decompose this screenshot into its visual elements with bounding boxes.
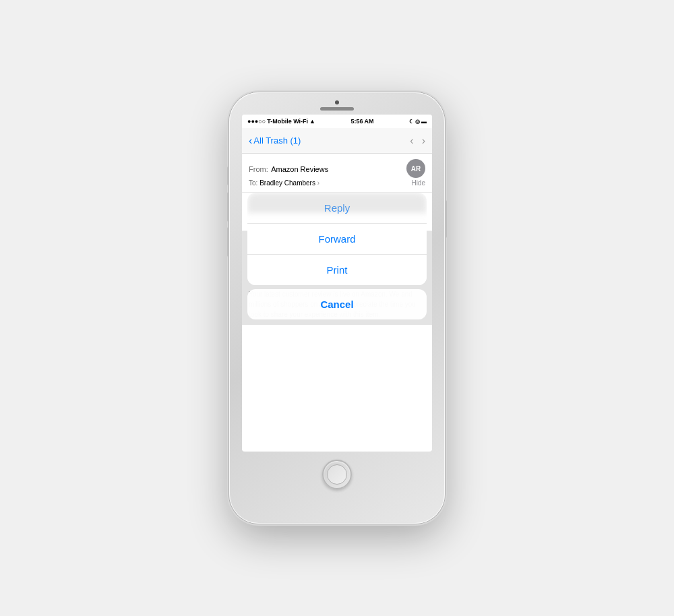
from-field: From: Amazon Reviews xyxy=(249,162,328,175)
moon-icon: ☾ xyxy=(409,119,414,125)
carrier-label: T-Mobile Wi-Fi xyxy=(267,118,308,125)
from-label: From: xyxy=(249,165,268,173)
action-sheet: Reply Forward Print Cancel xyxy=(242,187,432,325)
location-icon: ◎ xyxy=(415,119,420,125)
action-sheet-container: Reply Forward Print Cancel xyxy=(242,187,432,325)
from-name: Amazon Reviews xyxy=(271,165,328,173)
from-row: From: Amazon Reviews AR xyxy=(249,159,425,178)
to-chevron-icon: › xyxy=(317,179,319,187)
phone-screen: ●●●○○ T-Mobile Wi-Fi ▲ 5:56 AM ☾ ◎ ▬ ‹ A… xyxy=(242,115,432,452)
earpiece-speaker xyxy=(320,107,354,111)
cancel-button[interactable]: Cancel xyxy=(247,289,427,319)
forward-button[interactable]: Forward xyxy=(247,224,427,255)
wifi-icon: ▲ xyxy=(309,118,315,125)
signal-dots: ●●●○○ xyxy=(247,118,266,125)
status-bar: ●●●○○ T-Mobile Wi-Fi ▲ 5:56 AM ☾ ◎ ▬ xyxy=(242,115,432,128)
power-button[interactable] xyxy=(445,200,447,238)
back-button[interactable]: ‹ All Trash (1) xyxy=(249,135,301,146)
prev-arrow-icon[interactable]: ‹ xyxy=(410,135,413,147)
phone-top xyxy=(229,92,445,111)
hide-button[interactable]: Hide xyxy=(411,179,425,187)
back-chevron-icon: ‹ xyxy=(249,135,252,146)
back-label: All Trash (1) xyxy=(253,135,301,146)
mute-button[interactable] xyxy=(227,166,229,185)
nav-arrows: ‹ › xyxy=(410,135,425,147)
next-arrow-icon[interactable]: › xyxy=(422,135,425,147)
home-button[interactable] xyxy=(322,460,352,489)
to-field: To: Bradley Chambers › xyxy=(249,179,319,187)
cancel-sheet: Cancel xyxy=(247,289,427,319)
to-label: To: xyxy=(249,179,257,187)
home-button-inner xyxy=(327,464,347,485)
volume-up-button[interactable] xyxy=(227,192,229,222)
sender-avatar: AR xyxy=(406,159,425,178)
volume-down-button[interactable] xyxy=(227,227,229,257)
phone-device: ●●●○○ T-Mobile Wi-Fi ▲ 5:56 AM ☾ ◎ ▬ ‹ A… xyxy=(229,92,445,524)
status-left: ●●●○○ T-Mobile Wi-Fi ▲ xyxy=(247,118,315,125)
battery-icon: ▬ xyxy=(421,119,427,125)
action-sheet-blur xyxy=(247,193,427,213)
status-right: ☾ ◎ ▬ xyxy=(409,119,427,125)
to-name: Bradley Chambers xyxy=(259,179,315,187)
print-button[interactable]: Print xyxy=(247,255,427,285)
action-sheet-main: Reply Forward Print xyxy=(247,193,427,285)
nav-bar: ‹ All Trash (1) ‹ › xyxy=(242,128,432,154)
to-row: To: Bradley Chambers › Hide xyxy=(249,179,425,187)
status-time: 5:56 AM xyxy=(350,118,373,125)
front-camera xyxy=(335,100,339,104)
phone-bottom xyxy=(322,452,352,524)
